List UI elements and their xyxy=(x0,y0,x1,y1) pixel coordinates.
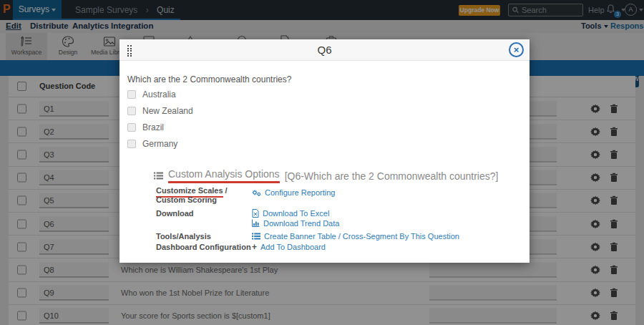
analysis-group-label: Download xyxy=(156,209,252,228)
option-checkbox[interactable] xyxy=(127,140,136,148)
link-label: Download To Excel xyxy=(263,209,329,218)
link-download-trend-data[interactable]: Download Trend Data xyxy=(252,219,517,228)
custom-analysis-options: Customize Scales / Custom Scoring Config… xyxy=(156,186,517,252)
question-settings-modal: Q6 × Which are the 2 Commonwealth countr… xyxy=(119,39,530,263)
option-checkbox[interactable] xyxy=(127,123,136,132)
analysis-group: Download Download To Excel Download Tren… xyxy=(156,209,517,228)
banner-table-icon xyxy=(252,233,260,240)
modal-question-text: Which are the 2 Commonwealth countries? xyxy=(127,74,291,84)
app-screen: P Surveys Sample Surveys › Quiz Upgrade … xyxy=(0,0,644,325)
option-label: Brazil xyxy=(142,122,164,132)
analysis-group-label: Tools/Analysis xyxy=(156,232,252,241)
option-label: Australia xyxy=(142,89,176,100)
analysis-group: Dashboard Configuration + Add To Dashboa… xyxy=(156,243,517,252)
link-label: Download Trend Data xyxy=(263,219,339,228)
option-row: New Zealand xyxy=(127,102,193,119)
gears-icon xyxy=(252,189,261,197)
close-icon[interactable]: × xyxy=(509,42,524,57)
link-download-to-excel[interactable]: Download To Excel xyxy=(252,209,517,218)
option-row: Germany xyxy=(127,135,193,152)
modal-options-list: Australia New Zealand Brazil Germany xyxy=(127,86,193,152)
option-checkbox[interactable] xyxy=(127,90,136,99)
link-label: Configure Reporting xyxy=(265,188,335,198)
analysis-group: Customize Scales / Custom Scoring Config… xyxy=(156,186,517,205)
excel-file-icon xyxy=(252,209,259,218)
plus-icon: + xyxy=(252,243,257,252)
custom-analysis-heading-text: Custom Analysis Options xyxy=(168,168,280,183)
option-label: New Zealand xyxy=(142,106,193,116)
link-create-banner-table[interactable]: Create Banner Table / Cross-Segment By T… xyxy=(252,232,517,241)
link-configure-reporting[interactable]: Configure Reporting xyxy=(252,188,517,198)
modal-title: Q6 xyxy=(119,39,530,61)
trend-chart-icon xyxy=(252,219,260,227)
analysis-group-label: Customize Scales / Custom Scoring xyxy=(156,186,252,205)
option-row: Australia xyxy=(127,86,193,102)
analysis-group: Tools/Analysis Create Banner Table / Cro… xyxy=(156,232,517,241)
link-label: Add To Dashboard xyxy=(260,243,326,252)
analysis-group-label: Dashboard Configuration xyxy=(156,243,252,252)
option-row: Brazil xyxy=(127,119,193,135)
option-label: Germany xyxy=(142,139,177,149)
modal-header: Q6 × xyxy=(119,39,530,61)
custom-analysis-heading: Custom Analysis Options [Q6-Which are th… xyxy=(154,168,498,183)
link-add-to-dashboard[interactable]: + Add To Dashboard xyxy=(252,243,517,252)
link-label: Create Banner Table / Cross-Segment By T… xyxy=(264,232,459,241)
list-icon xyxy=(154,172,163,180)
option-checkbox[interactable] xyxy=(127,107,136,115)
custom-analysis-heading-suffix: [Q6-Which are the 2 Commonwealth countri… xyxy=(285,170,499,182)
